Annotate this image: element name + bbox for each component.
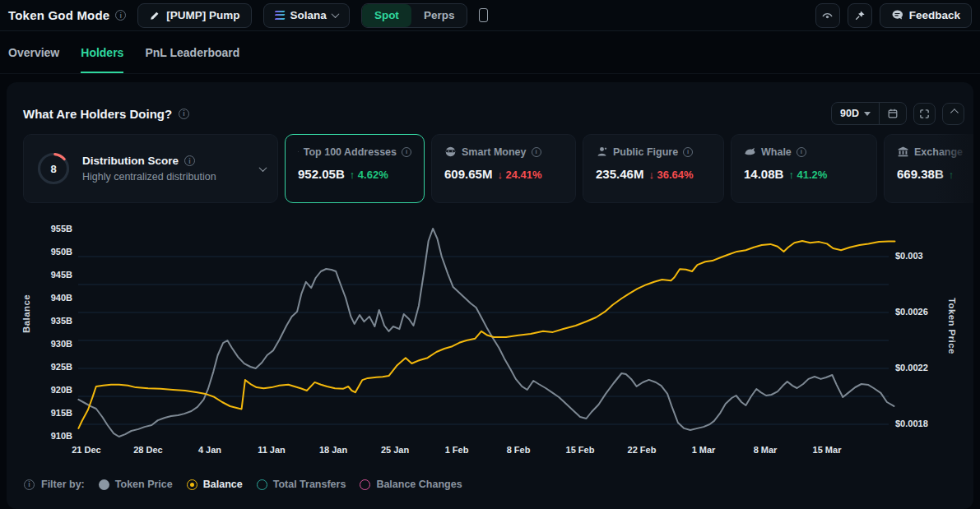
x-axis-tick: 22 Feb — [618, 445, 666, 455]
y-axis-tick: 910B — [30, 431, 72, 441]
legend-item-balance-changes[interactable]: Balance Changes — [360, 479, 462, 490]
market-type-switch: Spot Perps — [361, 3, 468, 28]
info-icon[interactable] — [115, 10, 126, 21]
feedback-label: Feedback — [909, 9, 960, 21]
y-axis-tick: 945B — [30, 270, 72, 280]
spot-tab[interactable]: Spot — [362, 4, 411, 27]
legend-swatch-icon — [187, 479, 197, 490]
perps-tab[interactable]: Perps — [411, 4, 467, 27]
topbar-right-group: Feedback — [815, 3, 972, 28]
tab-pnl-leaderboard[interactable]: PnL Leaderboard — [145, 31, 239, 73]
x-axis-tick: 28 Dec — [124, 445, 172, 455]
x-axis-tick: 1 Mar — [680, 445, 727, 455]
tab-overview[interactable]: Overview — [8, 31, 59, 73]
feedback-button[interactable]: Feedback — [880, 3, 972, 28]
chart-filter-legend: Filter by: Token PriceBalanceTotal Trans… — [24, 474, 462, 495]
x-axis-tick: 8 Mar — [741, 445, 789, 455]
right-axis-tick: $0.0026 — [895, 307, 928, 317]
legend-swatch-icon — [99, 479, 109, 490]
solana-icon — [275, 11, 285, 20]
legend-swatch-icon — [360, 479, 370, 490]
right-axis-tick: $0.0018 — [895, 419, 928, 428]
y-axis-tick: 940B — [30, 293, 72, 303]
eye-icon — [821, 9, 834, 21]
legend-label: Token Price — [115, 479, 173, 490]
app-title: Token God Mode — [8, 8, 109, 22]
x-axis-tick: 21 Dec — [63, 445, 110, 455]
watch-button[interactable] — [815, 3, 840, 28]
x-axis-tick: 4 Jan — [186, 445, 234, 455]
legend-label: Balance Changes — [376, 479, 462, 490]
legend-swatch-icon — [257, 479, 267, 490]
right-axis-title: Token Price — [947, 298, 957, 354]
x-axis-tick: 8 Feb — [495, 445, 542, 455]
nav-tabs: Overview Holders PnL Leaderboard — [0, 31, 980, 74]
y-axis-tick: 920B — [30, 385, 72, 395]
pencil-icon — [149, 10, 160, 21]
holders-panel: What Are Holders Doing? 90D — [7, 82, 973, 509]
y-axis-tick: 935B — [30, 316, 72, 326]
x-axis-tick: 18 Jan — [309, 445, 357, 455]
y-axis-tick: 955B — [30, 224, 72, 234]
x-axis-tick: 15 Mar — [803, 445, 851, 455]
x-axis-tick: 25 Jan — [371, 445, 419, 455]
chain-selector-label: Solana — [290, 9, 327, 21]
info-icon[interactable] — [24, 479, 35, 490]
legend-label: Balance — [203, 479, 243, 490]
tab-holders[interactable]: Holders — [81, 31, 123, 73]
y-axis-tick: 915B — [30, 408, 72, 418]
app-title-wrap: Token God Mode — [8, 8, 126, 22]
x-axis-tick: 15 Feb — [556, 445, 604, 455]
legend-item-token-price[interactable]: Token Price — [99, 479, 173, 490]
series-balance — [78, 241, 894, 428]
chevron-down-icon — [331, 10, 339, 18]
y-axis-tick: 930B — [30, 339, 72, 349]
token-selector-label: [PUMP] Pump — [166, 9, 239, 21]
legend-label: Total Transfers — [273, 479, 346, 490]
chat-bubble-icon — [891, 9, 903, 21]
y-axis-tick: 925B — [30, 362, 72, 372]
right-axis-tick: $0.0022 — [895, 363, 928, 372]
y-axis-tick: 950B — [30, 247, 72, 257]
filter-by-label: Filter by: — [41, 479, 85, 490]
legend-item-balance[interactable]: Balance — [187, 479, 243, 490]
legend-item-total-transfers[interactable]: Total Transfers — [257, 479, 346, 490]
series-token-price — [78, 229, 894, 437]
x-axis-tick: 11 Jan — [248, 445, 295, 455]
pin-button[interactable] — [848, 3, 872, 28]
x-axis-tick: 1 Feb — [433, 445, 481, 455]
chain-selector-button[interactable]: Solana — [263, 3, 350, 28]
top-bar: Token God Mode [PUMP] Pump Solana Spot P… — [0, 0, 980, 31]
token-selector-button[interactable]: [PUMP] Pump — [137, 3, 251, 28]
pin-icon — [854, 10, 866, 21]
mobile-device-icon[interactable] — [479, 8, 488, 22]
right-axis-tick: $0.003 — [895, 251, 923, 261]
